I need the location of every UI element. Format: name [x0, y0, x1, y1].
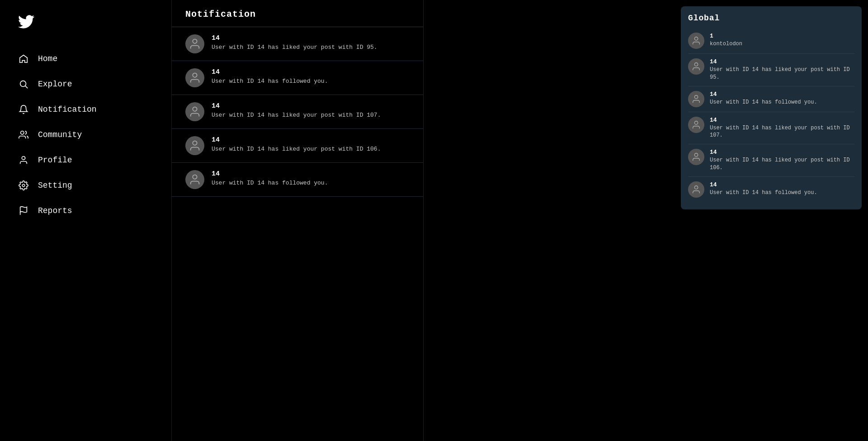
sidebar-item-profile[interactable]: Profile — [0, 148, 171, 172]
notification-content-0: 14 User with ID 14 has liked your post w… — [212, 34, 377, 51]
global-user-id-5: 14 — [710, 181, 817, 188]
global-avatar-2 — [688, 91, 704, 107]
global-content-2: 14 User with ID 14 has followed you. — [710, 91, 817, 106]
sidebar-item-community-label: Community — [38, 130, 82, 139]
sidebar-item-notification-label: Notification — [38, 105, 97, 114]
global-text-1: User with ID 14 has liked your post with… — [710, 66, 854, 81]
avatar-2 — [185, 102, 204, 121]
notification-content-2: 14 User with ID 14 has liked your post w… — [212, 102, 381, 119]
main-panel: Notification 14 User with ID 14 has like… — [172, 0, 424, 441]
svg-point-0 — [20, 81, 26, 87]
svg-point-13 — [694, 95, 698, 98]
global-title: Global — [688, 14, 854, 23]
svg-point-15 — [694, 153, 698, 156]
global-user-id-1: 14 — [710, 58, 854, 65]
bell-icon — [18, 104, 29, 115]
global-avatar-1 — [688, 58, 704, 75]
notification-user-0: 14 — [212, 34, 377, 42]
svg-point-4 — [22, 184, 25, 187]
twitter-logo — [0, 9, 171, 47]
avatar-1 — [185, 68, 204, 87]
sidebar-item-home-label: Home — [38, 54, 57, 63]
sidebar-item-home[interactable]: Home — [0, 47, 171, 71]
svg-point-10 — [193, 175, 197, 179]
global-text-5: User with ID 14 has followed you. — [710, 189, 817, 197]
svg-point-9 — [193, 141, 197, 145]
global-item-4[interactable]: 14 User with ID 14 has liked your post w… — [688, 144, 854, 177]
global-avatar-4 — [688, 149, 704, 165]
global-item-5[interactable]: 14 User with ID 14 has followed you. — [688, 177, 854, 202]
community-icon — [18, 129, 29, 140]
person-icon — [18, 155, 29, 166]
notification-content-1: 14 User with ID 14 has followed you. — [212, 68, 328, 85]
svg-point-14 — [694, 121, 698, 124]
global-panel: Global 1 kontolodon 14 User with ID 14 h… — [681, 6, 862, 209]
sidebar-nav: Home Explore Notification Community — [0, 47, 171, 223]
global-text-2: User with ID 14 has followed you. — [710, 99, 817, 106]
global-text-3: User with ID 14 has liked your post with… — [710, 124, 854, 140]
global-item-0[interactable]: 1 kontolodon — [688, 28, 854, 54]
twitter-icon — [18, 14, 34, 30]
notification-text-2: User with ID 14 has liked your post with… — [212, 112, 381, 119]
global-content-0: 1 kontolodon — [710, 33, 742, 48]
notification-item-1[interactable]: 14 User with ID 14 has followed you. — [172, 61, 423, 95]
global-user-id-2: 14 — [710, 91, 817, 98]
sidebar-item-setting[interactable]: Setting — [0, 174, 171, 197]
svg-point-16 — [694, 186, 698, 189]
avatar-3 — [185, 136, 204, 155]
notification-item-0[interactable]: 14 User with ID 14 has liked your post w… — [172, 27, 423, 61]
sidebar: Home Explore Notification Community — [0, 0, 172, 441]
notification-user-3: 14 — [212, 136, 381, 144]
global-user-id-4: 14 — [710, 149, 854, 156]
svg-point-3 — [22, 156, 25, 160]
svg-point-7 — [193, 73, 197, 77]
notification-list: 14 User with ID 14 has liked your post w… — [172, 27, 423, 197]
gear-icon — [18, 180, 29, 191]
sidebar-item-notification[interactable]: Notification — [0, 98, 171, 121]
svg-point-8 — [193, 107, 197, 111]
global-item-1[interactable]: 14 User with ID 14 has liked your post w… — [688, 54, 854, 86]
global-user-id-0: 1 — [710, 33, 742, 39]
notification-content-3: 14 User with ID 14 has liked your post w… — [212, 136, 381, 152]
notification-text-4: User with ID 14 has followed you. — [212, 180, 328, 186]
svg-point-2 — [21, 131, 24, 134]
notification-item-4[interactable]: 14 User with ID 14 has followed you. — [172, 163, 423, 197]
svg-point-6 — [193, 39, 197, 43]
avatar-4 — [185, 170, 204, 189]
global-item-2[interactable]: 14 User with ID 14 has followed you. — [688, 86, 854, 112]
sidebar-item-explore-label: Explore — [38, 80, 72, 89]
global-avatar-3 — [688, 117, 704, 133]
page-title: Notification — [172, 0, 423, 27]
home-icon — [18, 53, 29, 64]
global-user-id-3: 14 — [710, 117, 854, 123]
sidebar-item-community[interactable]: Community — [0, 123, 171, 147]
sidebar-item-reports-label: Reports — [38, 206, 72, 215]
notification-user-2: 14 — [212, 102, 381, 110]
notification-user-1: 14 — [212, 68, 328, 76]
search-icon — [18, 79, 29, 90]
svg-line-1 — [25, 86, 28, 88]
notification-content-4: 14 User with ID 14 has followed you. — [212, 170, 328, 186]
sidebar-item-setting-label: Setting — [38, 181, 72, 190]
notification-user-4: 14 — [212, 170, 328, 178]
sidebar-item-reports[interactable]: Reports — [0, 199, 171, 223]
notification-text-1: User with ID 14 has followed you. — [212, 78, 328, 85]
flag-icon — [18, 205, 29, 216]
global-content-4: 14 User with ID 14 has liked your post w… — [710, 149, 854, 172]
notification-text-3: User with ID 14 has liked your post with… — [212, 146, 381, 152]
sidebar-item-explore[interactable]: Explore — [0, 72, 171, 96]
global-content-3: 14 User with ID 14 has liked your post w… — [710, 117, 854, 140]
global-avatar-0 — [688, 33, 704, 49]
notification-item-3[interactable]: 14 User with ID 14 has liked your post w… — [172, 129, 423, 163]
svg-point-12 — [694, 63, 698, 66]
global-content-5: 14 User with ID 14 has followed you. — [710, 181, 817, 197]
notification-text-0: User with ID 14 has liked your post with… — [212, 44, 377, 51]
sidebar-item-profile-label: Profile — [38, 156, 72, 165]
global-username-0: kontolodon — [710, 40, 742, 48]
global-avatar-5 — [688, 181, 704, 198]
notification-item-2[interactable]: 14 User with ID 14 has liked your post w… — [172, 95, 423, 129]
center-spacer — [424, 0, 675, 441]
global-item-3[interactable]: 14 User with ID 14 has liked your post w… — [688, 112, 854, 145]
global-text-4: User with ID 14 has liked your post with… — [710, 156, 854, 172]
svg-point-11 — [694, 37, 698, 40]
